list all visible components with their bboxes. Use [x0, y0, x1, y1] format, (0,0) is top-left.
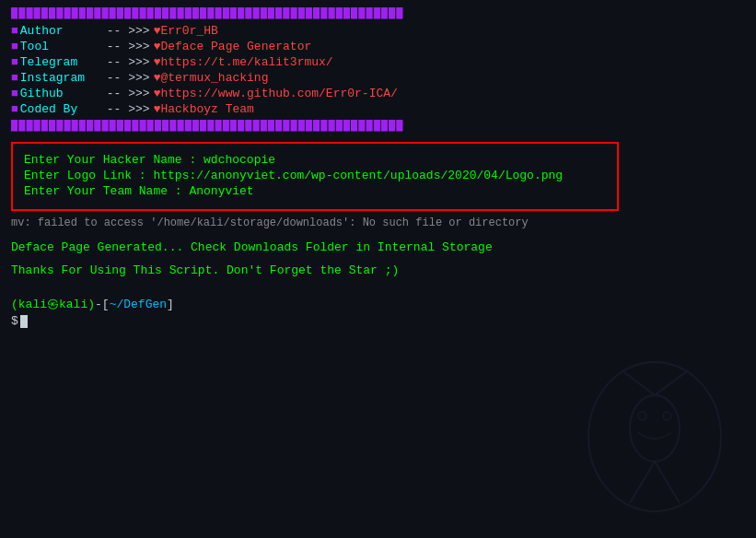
background-watermark: [572, 354, 738, 520]
tool-row: ■ Tool -- >>> ♥ Deface Page Generator: [11, 40, 745, 53]
banner-top: ████████████████████████████████████████…: [11, 7, 745, 20]
terminal-window: ████████████████████████████████████████…: [0, 0, 756, 538]
tool-arrow: -- >>>: [107, 40, 150, 53]
svg-point-4: [638, 412, 646, 420]
author-row: ■ Author -- >>> ♥ Err0r_HB: [11, 24, 745, 38]
banner-bottom: ████████████████████████████████████████…: [11, 120, 745, 133]
coded-by-icon-heart: ♥: [154, 102, 161, 116]
cursor: [20, 315, 28, 328]
svg-line-2: [622, 370, 655, 395]
coded-by-icon: ■: [11, 102, 18, 116]
author-icon-heart: ♥: [154, 24, 161, 38]
instagram-label: Instagram: [20, 71, 103, 85]
github-row: ■ Github -- >>> ♥ https://www.github.com…: [11, 87, 745, 100]
telegram-icon-heart: ♥: [154, 55, 161, 69]
tool-icon: ■: [11, 40, 18, 53]
svg-line-3: [655, 370, 688, 395]
telegram-row: ■ Telegram -- >>> ♥ https://t.me/kalit3r…: [11, 55, 745, 69]
telegram-value: https://t.me/kalit3rmux/: [160, 55, 332, 69]
tool-icon-heart: ♥: [154, 40, 161, 53]
svg-point-5: [663, 412, 671, 420]
prompt-line[interactable]: (kali㉿kali) -[ ~/DefGen ]: [11, 296, 745, 312]
error-line: mv: failed to access '/home/kali/storage…: [11, 216, 745, 229]
coded-by-value: Hackboyz Team: [160, 102, 253, 116]
instagram-row: ■ Instagram -- >>> ♥ @termux_hacking: [11, 71, 745, 85]
github-label: Github: [20, 87, 103, 100]
github-value: https://www.github.com/Err0r-ICA/: [160, 87, 397, 100]
tool-value: Deface Page Generator: [160, 40, 311, 53]
coded-by-label: Coded By: [20, 102, 103, 116]
telegram-label: Telegram: [20, 55, 103, 69]
prompt-path: ~/DefGen: [110, 298, 167, 311]
prompt-dash: -[: [95, 298, 110, 311]
instagram-value: @termux_hacking: [160, 71, 268, 85]
github-icon: ■: [11, 87, 18, 100]
tool-label: Tool: [20, 40, 103, 53]
github-arrow: -- >>>: [107, 87, 150, 100]
coded-by-arrow: -- >>>: [107, 102, 150, 116]
prompt-dollar: $: [11, 314, 18, 328]
input-logo-link: Enter Logo Link : https://anonyviet.com/…: [24, 169, 606, 182]
info-rows: ■ Author -- >>> ♥ Err0r_HB ■ Tool -- >>>…: [11, 24, 745, 116]
author-arrow: -- >>>: [107, 24, 150, 38]
prompt-user: (kali㉿kali): [11, 296, 95, 312]
coded-by-row: ■ Coded By -- >>> ♥ Hackboyz Team: [11, 102, 745, 116]
input-box: Enter Your Hacker Name : wdchocopie Ente…: [11, 142, 619, 211]
svg-point-0: [588, 362, 721, 511]
telegram-icon: ■: [11, 55, 18, 69]
instagram-icon: ■: [11, 71, 18, 85]
instagram-icon-heart: ♥: [154, 71, 161, 85]
instagram-arrow: -- >>>: [107, 71, 150, 85]
telegram-arrow: -- >>>: [107, 55, 150, 69]
author-icon: ■: [11, 24, 18, 38]
success-line: Deface Page Generated... Check Downloads…: [11, 240, 745, 254]
thanks-line: Thanks For Using This Script. Don't Forg…: [11, 263, 745, 277]
input-hacker-name: Enter Your Hacker Name : wdchocopie: [24, 153, 606, 167]
svg-line-6: [630, 462, 655, 503]
github-icon-heart: ♥: [154, 87, 161, 100]
svg-line-7: [655, 462, 680, 503]
svg-point-1: [630, 395, 680, 462]
input-team-name: Enter Your Team Name : Anonyviet: [24, 184, 606, 198]
prompt-close-bracket: ]: [167, 298, 174, 311]
author-value: Err0r_HB: [160, 24, 217, 38]
author-label: Author: [20, 24, 103, 38]
